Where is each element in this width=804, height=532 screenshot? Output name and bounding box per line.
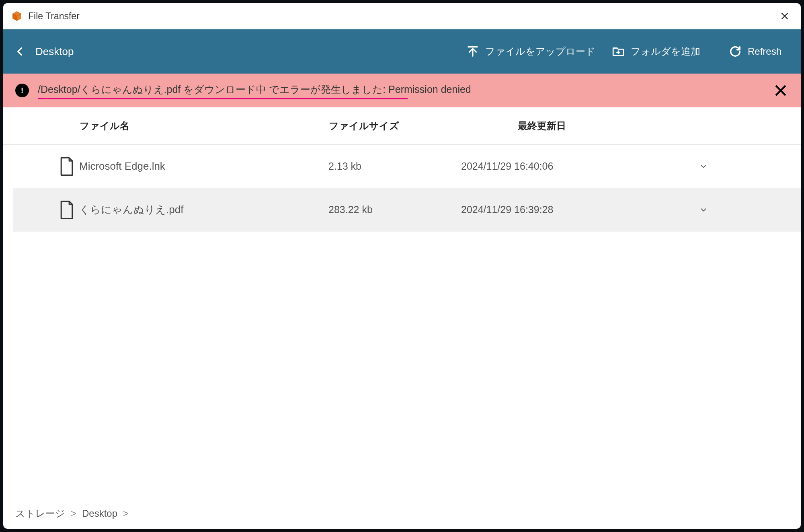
add-folder-icon <box>611 45 625 58</box>
breadcrumb-item[interactable]: Desktop <box>82 508 117 519</box>
upload-file-button[interactable]: ファイルをアップロード <box>458 41 603 62</box>
breadcrumb-sep: > <box>71 508 76 519</box>
chevron-left-icon <box>14 46 26 57</box>
column-header-size[interactable]: ファイルサイズ <box>329 119 461 132</box>
table-row[interactable]: くらにゃんぬりえ.pdf 283.22 kb 2024/11/29 16:39:… <box>13 188 801 232</box>
file-list: Microsoft Edge.lnk 2.13 kb 2024/11/29 16… <box>3 145 801 498</box>
file-name: Microsoft Edge.lnk <box>79 160 328 173</box>
upload-icon <box>466 45 480 58</box>
file-name: くらにゃんぬりえ.pdf <box>79 203 328 217</box>
app-icon <box>11 10 23 22</box>
breadcrumb-sep: > <box>123 508 129 519</box>
table-header: ファイル名 ファイルサイズ 最終更新日 <box>3 107 801 145</box>
window-close-button[interactable] <box>777 8 793 24</box>
file-icon-cell <box>13 157 79 176</box>
back-button[interactable]: Desktop <box>14 45 74 58</box>
file-transfer-window: File Transfer Desktop ファイルをアップロード <box>3 3 801 529</box>
current-location: Desktop <box>35 45 74 58</box>
chevron-down-icon <box>699 205 708 215</box>
file-icon-cell <box>13 201 79 219</box>
column-header-date[interactable]: 最終更新日 <box>461 119 622 132</box>
file-date: 2024/11/29 16:39:28 <box>461 204 622 216</box>
error-close-button[interactable] <box>773 82 789 99</box>
file-icon <box>59 201 74 219</box>
titlebar: File Transfer <box>3 3 801 29</box>
file-icon <box>59 157 74 176</box>
chevron-down-icon <box>699 162 708 171</box>
error-banner: ! /Desktop/くらにゃんぬりえ.pdf をダウンロード中 でエラーが発生… <box>3 74 801 107</box>
upload-label: ファイルをアップロード <box>485 45 595 58</box>
window-title: File Transfer <box>28 11 777 22</box>
error-highlight-underline <box>38 98 408 99</box>
file-size: 283.22 kb <box>328 204 461 216</box>
column-header-name[interactable]: ファイル名 <box>3 119 329 132</box>
add-folder-label: フォルダを追加 <box>631 45 700 58</box>
error-message-wrap: /Desktop/くらにゃんぬりえ.pdf をダウンロード中 でエラーが発生しま… <box>38 83 764 99</box>
error-icon: ! <box>15 84 29 97</box>
file-size: 2.13 kb <box>328 160 461 172</box>
refresh-button[interactable]: Refresh <box>720 41 790 62</box>
refresh-icon <box>728 45 742 58</box>
toolbar: Desktop ファイルをアップロード フォルダを追加 <box>3 29 801 74</box>
breadcrumb: ストレージ > Desktop > <box>3 498 801 529</box>
refresh-label: Refresh <box>748 46 781 57</box>
error-message: /Desktop/くらにゃんぬりえ.pdf をダウンロード中 でエラーが発生しま… <box>38 83 764 99</box>
file-row-action[interactable] <box>622 162 801 171</box>
file-date: 2024/11/29 16:40:06 <box>461 160 622 172</box>
table-row[interactable]: Microsoft Edge.lnk 2.13 kb 2024/11/29 16… <box>13 145 801 188</box>
add-folder-button[interactable]: フォルダを追加 <box>603 41 708 62</box>
breadcrumb-root[interactable]: ストレージ <box>15 507 65 520</box>
file-row-action[interactable] <box>622 205 801 215</box>
